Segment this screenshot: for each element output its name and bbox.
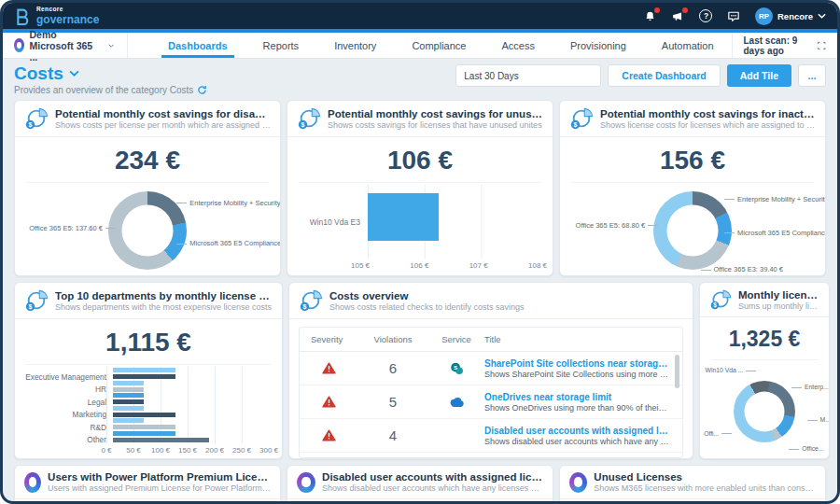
scan-details-icon[interactable] — [818, 40, 826, 51]
microsoft365-icon — [569, 472, 587, 493]
more-options-button[interactable]: ... — [798, 64, 826, 87]
donut-chart: Enterprise Mobility + Security E5: 2... … — [560, 183, 825, 275]
tile-costs-overview[interactable]: $ Costs overview Shows costs related che… — [288, 282, 693, 459]
microsoft365-icon — [24, 472, 41, 493]
tile-subtitle: Shows costs per license per month which … — [55, 120, 271, 130]
tab-dashboards[interactable]: Dashboards — [150, 33, 245, 58]
tile-title: Disabled user accounts with assigned lic… — [322, 471, 543, 483]
tile-subtitle: Sums up monthly license ... — [738, 301, 819, 311]
donut-label: Microsoft 365 E5 Compliance: ... — [176, 239, 281, 247]
feedback-bubble-icon[interactable] — [727, 9, 741, 23]
svg-text:S: S — [454, 364, 457, 371]
tab-automation[interactable]: Automation — [644, 33, 732, 58]
axis-tick: 50 € — [126, 446, 141, 455]
svg-text:$: $ — [29, 121, 33, 129]
tile-unused-units-savings[interactable]: $ Potential monthly cost savings for unu… — [287, 100, 553, 276]
severity-critical-icon — [300, 362, 357, 374]
table-scrollbar[interactable] — [675, 355, 679, 388]
notification-badge — [654, 7, 660, 13]
donut-label: Office 365 E5: 68.80 € — [576, 221, 659, 230]
violation-title-link[interactable]: OneDrives near storage limit — [484, 392, 669, 402]
last-scan-status: Last scan: 9 days ago — [744, 35, 813, 56]
brand-product: governance — [36, 14, 99, 25]
total-value: 234 € — [15, 137, 280, 182]
axis-tick: 108 € — [528, 261, 547, 270]
table-row[interactable]: 5 OneDrives near storage limit Shows One… — [300, 385, 682, 419]
sharepoint-icon: S — [428, 361, 484, 376]
create-dashboard-button[interactable]: Create Dashboard — [608, 64, 720, 87]
tab-inventory[interactable]: Inventory — [316, 33, 394, 58]
tile-title: Potential monthly cost savings for unuse… — [328, 108, 543, 119]
donut-label: Office 365 E3: 39.40 € — [701, 265, 784, 273]
svg-text:$: $ — [301, 121, 305, 129]
unused-units-bar — [368, 193, 439, 241]
org-selector[interactable]: Demo Microsoft 365 ... — [3, 33, 128, 58]
chevron-down-icon — [108, 43, 114, 49]
violations-count: 4 — [357, 427, 428, 443]
cost-pie-icon: $ — [299, 288, 323, 313]
tile-unused-licenses[interactable]: Unused Licenses Shows M365 licenses with… — [559, 465, 826, 504]
violations-count: 5 — [357, 394, 428, 410]
bar-chart: Win10 Vda E3 105 €106 €107 €108 € — [287, 183, 553, 275]
page-subtitle: Provides an overview of the category Cos… — [14, 85, 193, 95]
table-row[interactable]: 6 S SharePoint Site collections near sto… — [300, 352, 682, 385]
tile-title: Potential monthly cost savings for inact… — [600, 108, 816, 119]
donut-label: Enterprise Mobility + Security E5:... — [176, 199, 281, 207]
refresh-icon[interactable] — [197, 85, 207, 95]
svg-text:$: $ — [574, 121, 578, 129]
axis-tick: 200 € — [205, 446, 224, 455]
tile-disabled-accounts[interactable]: Disabled user accounts with assigned lic… — [287, 465, 553, 504]
help-icon[interactable]: ? — [699, 9, 713, 23]
donut-chart: Enterprise Mobility + Security E5:... Mi… — [15, 183, 280, 275]
axis-tick: 105 € — [351, 261, 370, 270]
department-bar-row: Executive Management — [21, 374, 269, 380]
rencore-logo[interactable]: Rencore governance — [14, 7, 99, 25]
violation-title-link[interactable]: Disabled user accounts with assigned lic… — [484, 426, 669, 436]
tile-inactive-users-savings[interactable]: $ Potential monthly cost savings for ina… — [559, 100, 826, 276]
tab-provisioning[interactable]: Provisioning — [553, 33, 644, 58]
tab-access[interactable]: Access — [483, 33, 552, 58]
svg-text:$: $ — [713, 301, 717, 309]
severity-critical-icon — [300, 396, 357, 408]
bar-category-label: Win10 Vda E3 — [302, 185, 368, 259]
tile-subtitle: Shows costs savings for licenses that ha… — [328, 120, 543, 130]
tile-subtitle: Users with assigned Premium License for … — [48, 483, 271, 493]
rencore-logo-icon — [14, 7, 32, 25]
dashboard-title-menu[interactable]: Costs — [14, 64, 207, 82]
tab-compliance[interactable]: Compliance — [394, 33, 483, 58]
column-violations: Violations — [357, 334, 428, 344]
date-range-label: Date Range: Last 30 Days — [560, 499, 825, 504]
tile-subtitle: Shows disabled user accounts which have … — [322, 483, 543, 493]
notifications-bell-icon[interactable] — [643, 9, 657, 23]
tile-subtitle: Shows departments with the most expensiv… — [55, 302, 273, 312]
announcements-megaphone-icon[interactable] — [671, 9, 685, 23]
violation-description: Shows SharePoint Site Collections using … — [484, 370, 669, 379]
donut-label: Microsoft 365 E5 Compliance... — [724, 229, 826, 237]
donut-label: Office... — [789, 445, 823, 452]
tile-monthly-license-costs[interactable]: $ Monthly license co... Sums up monthly … — [699, 282, 830, 459]
cost-pie-icon: $ — [297, 106, 321, 131]
table-row[interactable]: 4 Disabled user accounts with assigned l… — [300, 419, 682, 453]
donut-label: Office 365 E5: 137.60 € — [29, 224, 116, 232]
table-row[interactable]: 4 Flows requiring a premium license Show… — [300, 453, 682, 458]
axis-tick: 107 € — [469, 261, 488, 270]
page-header: Costs Provides an overview of the catego… — [3, 59, 837, 100]
violation-title-link[interactable]: SharePoint Site collections near storage… — [484, 358, 669, 369]
tab-reports[interactable]: Reports — [245, 33, 317, 58]
department-label: Other — [21, 435, 113, 444]
date-range-input[interactable] — [455, 64, 601, 87]
axis-tick: 250 € — [232, 446, 251, 455]
department-bar — [113, 406, 144, 411]
microsoft365-icon — [297, 472, 315, 493]
tile-power-platform-users[interactable]: Users with Power Platform Premium Licens… — [14, 465, 281, 504]
account-menu[interactable]: RP Rencore — [755, 7, 826, 25]
tile-disabled-user-savings[interactable]: $ Potential monthly cost savings for dis… — [14, 100, 281, 276]
total-value: 1,115 € — [15, 319, 282, 364]
cost-pie-icon: $ — [709, 288, 732, 311]
total-value: 106 € — [287, 137, 553, 182]
axis-tick: 300 € — [259, 446, 278, 455]
axis-tick: 106 € — [410, 261, 428, 270]
user-avatar[interactable]: RP — [755, 7, 773, 25]
tile-top-departments[interactable]: $ Top 10 departments by monthly license … — [14, 282, 283, 459]
add-tile-button[interactable]: Add Tile — [727, 64, 791, 87]
